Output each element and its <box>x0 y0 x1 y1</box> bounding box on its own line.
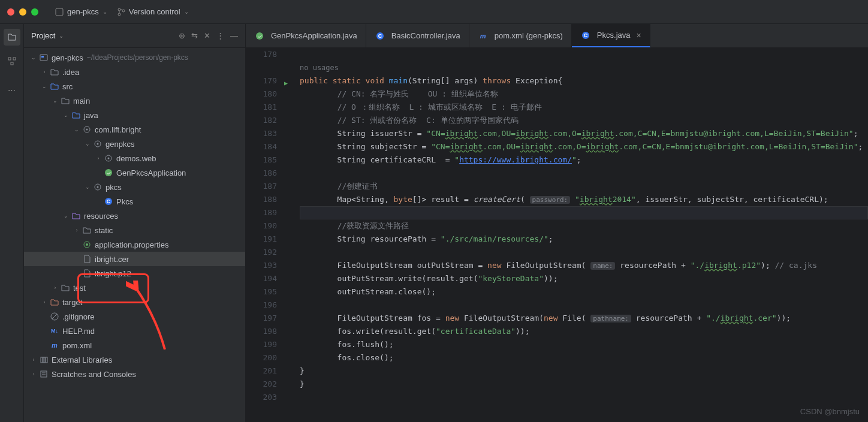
tree-item-pom-xml[interactable]: mpom.xml <box>24 338 245 352</box>
tree-item-pkcs[interactable]: CPkcs <box>24 194 245 209</box>
code-line[interactable]: fos.write(result.get("certificateData"))… <box>300 325 868 338</box>
more-tool-button[interactable]: ⋯ <box>4 82 20 98</box>
tree-item-resources[interactable]: ⌄resources <box>24 209 245 223</box>
gutter-line: 202 <box>246 378 277 391</box>
tree-item-pkcs[interactable]: ⌄pkcs <box>24 180 245 194</box>
tree-label: HELP.md <box>62 327 95 336</box>
code-line[interactable]: String resourcePath = "./src/main/resour… <box>300 233 868 246</box>
code-line[interactable]: public static void main(String[] args) t… <box>300 74 868 88</box>
usage-hint[interactable]: no usages <box>300 61 868 74</box>
gutter-line: 180 <box>246 88 277 101</box>
code-line[interactable]: Map<String, byte[]> result = createCert(… <box>300 193 868 206</box>
tree-label: Pkcs <box>116 197 133 206</box>
structure-tool-button[interactable] <box>4 53 20 70</box>
code-line[interactable] <box>300 391 868 404</box>
code-line[interactable]: } <box>300 364 868 378</box>
code-line[interactable]: fos.close(); <box>300 351 868 364</box>
code-line[interactable]: //获取资源文件路径 <box>300 219 868 233</box>
vcs-selector[interactable]: Version control ⌄ <box>112 5 194 19</box>
close-tab-button[interactable]: × <box>636 31 641 40</box>
tab-pkcs-java[interactable]: CPkcs.java× <box>572 24 650 47</box>
panel-title: Project <box>31 31 55 40</box>
code-line[interactable]: outPutStream.close(); <box>300 285 868 299</box>
code-line[interactable]: } <box>300 378 868 391</box>
svg-point-2 <box>118 13 120 16</box>
code-line[interactable]: outPutStream.write(result.get("keyStoreD… <box>300 272 868 285</box>
svg-point-14 <box>108 158 110 159</box>
tree-arrow-icon: ⌄ <box>40 83 49 89</box>
code-line[interactable] <box>300 167 868 180</box>
maximize-window-button[interactable] <box>31 8 38 16</box>
select-opened-file-button[interactable]: ⊕ <box>179 31 185 40</box>
code-line[interactable] <box>300 48 868 61</box>
tree-item-help-md[interactable]: M↓HELP.md <box>24 324 245 338</box>
tab-pom-xml--gen-pkcs-[interactable]: mpom.xml (gen-pkcs) <box>469 24 572 47</box>
tree-item-genpkcsapplication[interactable]: GenPkcsApplication <box>24 165 245 180</box>
tree-item--gitignore[interactable]: .gitignore <box>24 309 245 324</box>
collapse-all-button[interactable]: ✕ <box>204 31 210 40</box>
spring-icon <box>103 168 114 177</box>
tree-arrow-icon: ⌄ <box>50 98 60 104</box>
tool-rail: ⋯ <box>0 24 24 422</box>
code-line[interactable]: // ST: 州或省份名称 C: 单位的两字母国家代码 <box>300 114 868 127</box>
tree-item--idea[interactable]: ›.idea <box>24 65 245 79</box>
code-line[interactable]: //创建证书 <box>300 180 868 193</box>
tree-item-main[interactable]: ⌄main <box>24 94 245 108</box>
tree-item-ibright-p12[interactable]: ibright.p12 <box>24 266 245 281</box>
structure-icon <box>7 56 17 66</box>
tree-item-java[interactable]: ⌄java <box>24 108 245 122</box>
folder-icon <box>60 97 71 105</box>
svg-text:C: C <box>378 33 382 39</box>
tree-item-test[interactable]: ›test <box>24 281 245 295</box>
file-icon <box>82 269 92 278</box>
tree-item-src[interactable]: ⌄src <box>24 79 245 94</box>
tree-item-application-properties[interactable]: application.properties <box>24 237 245 252</box>
project-tool-button[interactable] <box>4 29 20 46</box>
project-panel-header: Project ⌄ ⊕ ⇆ ✕ ⋮ — <box>24 24 245 48</box>
close-window-button[interactable] <box>7 8 14 16</box>
code-line[interactable]: String certificateCRL = "https://www.ibr… <box>300 153 868 167</box>
tree-item-genpkcs[interactable]: ⌄genpkcs <box>24 137 245 151</box>
code-line[interactable] <box>300 299 868 312</box>
svg-rect-25 <box>43 357 45 363</box>
tree-item-static[interactable]: ›static <box>24 223 245 237</box>
svg-line-23 <box>52 314 57 319</box>
code-line[interactable]: // CN: 名字与姓氏 OU : 组织单位名称 <box>300 88 868 101</box>
svg-point-1 <box>118 8 120 11</box>
project-tree[interactable]: ⌄gen-pkcs~/IdeaProjects/person/gen-pkcs›… <box>24 48 245 422</box>
panel-options-button[interactable]: ⋮ <box>216 31 224 40</box>
code-line[interactable]: String subjectStr = "CN=ibright.com,OU=i… <box>300 140 868 153</box>
tree-item-scratches-and-consoles[interactable]: ›Scratches and Consoles <box>24 367 245 381</box>
run-gutter-icon[interactable]: ▶ <box>284 77 288 90</box>
tree-item-external-libraries[interactable]: ›External Libraries <box>24 352 245 367</box>
code-line[interactable]: FileOutputStream fos = new FileOutputStr… <box>300 312 868 325</box>
tab-genpkcsapplication-java[interactable]: GenPkcsApplication.java <box>246 24 366 47</box>
code-line[interactable] <box>300 246 868 259</box>
gutter-blank <box>246 61 277 74</box>
chevron-down-icon[interactable]: ⌄ <box>59 32 64 39</box>
code-line[interactable] <box>300 206 868 219</box>
hide-panel-button[interactable]: — <box>230 31 238 40</box>
code-line[interactable]: // O ：组织名称 L : 城市或区域名称 E : 电子邮件 <box>300 101 868 114</box>
gutter-line: 187 <box>246 180 277 193</box>
tree-item-target[interactable]: ›target <box>24 295 245 309</box>
code-line[interactable]: FileOutputStream outPutStream = new File… <box>300 259 868 272</box>
tree-item-demos-web[interactable]: ›demos.web <box>24 151 245 165</box>
minimize-window-button[interactable] <box>19 8 26 16</box>
expand-all-button[interactable]: ⇆ <box>191 31 198 40</box>
tree-item-com-lift-bright[interactable]: ⌄com.lift.bright <box>24 122 245 137</box>
tree-arrow-icon: › <box>94 155 103 161</box>
tree-item-ibright-cer[interactable]: ibright.cer <box>24 252 245 266</box>
window-controls <box>7 8 38 16</box>
folder-src-icon <box>49 82 60 91</box>
code-line[interactable]: String issuerStr = "CN=ibright.com,OU=ib… <box>300 127 868 140</box>
tree-item-gen-pkcs[interactable]: ⌄gen-pkcs~/IdeaProjects/person/gen-pkcs <box>24 50 245 65</box>
tree-arrow-icon: › <box>40 69 49 75</box>
gutter-line: 188 <box>246 193 277 206</box>
tab-basiccontroller-java[interactable]: CBasicController.java <box>366 24 469 47</box>
editor-code[interactable]: no usagespublic static void main(String[… <box>282 48 868 422</box>
tree-label: External Libraries <box>52 355 112 364</box>
project-selector[interactable]: gen-pkcs ⌄ <box>50 5 112 19</box>
gutter-line: 183 <box>246 127 277 140</box>
code-line[interactable]: fos.flush(); <box>300 338 868 351</box>
